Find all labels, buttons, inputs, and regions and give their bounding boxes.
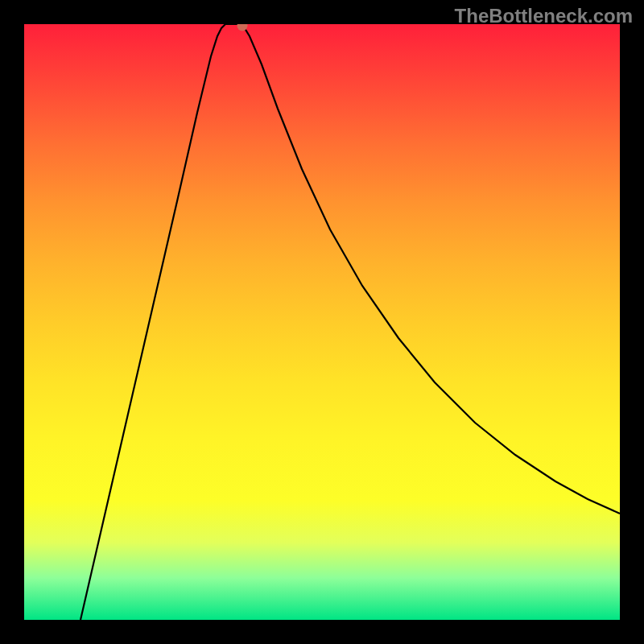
bottleneck-curve	[24, 24, 620, 620]
watermark-text: TheBottleneck.com	[455, 5, 633, 27]
plot-area	[24, 24, 620, 620]
